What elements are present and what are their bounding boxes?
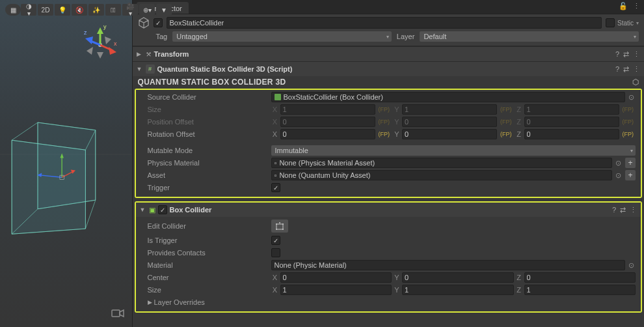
transform-icon: ⤧ [146,50,152,59]
provides-contacts-checkbox[interactable] [271,248,280,257]
grid-toggle-button[interactable]: ▦ [5,4,21,16]
quantum-highlight-region: Source Collider BoxStaticCollider (Box C… [135,89,643,198]
edit-collider-button[interactable] [271,220,288,233]
quantum-header-bar: QUANTUM STATIC BOX COLLIDER 3D ⬡ [133,76,645,88]
mutable-mode-dropdown[interactable]: Immutable [271,145,636,156]
fp-tag: (FP) [377,131,392,137]
context-menu-icon[interactable]: ⋮ [633,50,640,59]
static-checkbox[interactable] [606,18,615,27]
trigger-label: Trigger [148,184,271,192]
rotoffset-x-field[interactable] [280,129,375,139]
tag-label: Tag [156,33,168,40]
add-asset-button[interactable]: + [625,170,636,180]
file-icon: ▫ [275,171,277,179]
audio-toggle-button[interactable]: 🔇 [72,4,87,16]
scene-camera-icon[interactable] [111,309,124,319]
rotoffset-z-field[interactable] [524,129,619,139]
is-trigger-checkbox[interactable]: ✓ [271,236,280,245]
size-x-field[interactable] [280,104,375,115]
svg-marker-25 [87,47,93,55]
posoffset-z-field[interactable] [524,117,619,127]
help-icon[interactable]: ? [615,50,619,59]
rotoffset-y-field[interactable] [402,129,497,139]
fp-tag: (FP) [498,119,514,125]
foldout-icon[interactable]: ▶ [137,51,143,57]
object-picker-icon[interactable]: ⊙ [613,158,623,167]
size-z-field[interactable] [524,104,619,115]
center-label: Center [148,274,271,281]
foldout-icon[interactable]: ▼ [140,206,146,213]
scene-toolbar: ▦ ◑ ▾ 2D 💡 🔇 ✨ 👁̸ 🎥▾ ⊕▾ ▼ [0,4,132,16]
posoffset-y-field[interactable] [402,117,497,127]
help-icon[interactable]: ? [612,206,616,214]
foldout-icon[interactable]: ▼ [137,66,143,72]
context-menu-icon[interactable]: ⋮ [630,206,637,214]
bc-size-z-field[interactable] [524,285,636,295]
camera-settings-button[interactable]: 🎥▾ [122,4,138,16]
svg-marker-26 [105,36,111,44]
bc-size-y-field[interactable] [402,285,514,295]
object-picker-icon[interactable]: ⊙ [613,171,623,180]
layers-dropdown-button[interactable]: ▼ [156,4,172,16]
quantum-script-title: Quantum Static Box Collider 3D (Script) [157,65,613,73]
svg-marker-19 [109,47,116,55]
add-asset-button[interactable]: + [625,158,636,168]
boxcollider-highlight-region: ▼ ▣ ✓ Box Collider ? ⇄ ⋮ Edit Collider [135,201,643,313]
fp-tag: (FP) [621,106,636,113]
hidden-objects-button[interactable]: 👁̸ [105,4,121,16]
foldout-icon[interactable]: ▶ [148,299,154,306]
physics-material-field[interactable]: ▫ None (Physics Material Asset) [271,158,613,168]
trigger-checkbox[interactable]: ✓ [271,183,280,192]
boxcollider-icon: ▣ [149,206,155,214]
gameobject-name-field[interactable] [167,17,602,29]
fx-toggle-button[interactable]: ✨ [88,4,104,16]
layer-dropdown[interactable]: Default [420,31,639,42]
svg-marker-16 [97,27,103,34]
preset-icon[interactable]: ⇄ [623,50,629,59]
gameobject-cube-icon [138,17,150,29]
transform-title: Transform [154,50,613,58]
provides-contacts-label: Provides Contacts [148,249,271,257]
material-field[interactable]: None (Physic Material) [271,260,626,270]
preset-icon[interactable]: ⇄ [620,206,626,214]
help-icon[interactable]: ? [615,65,619,74]
bc-size-x-field[interactable] [280,285,392,295]
lock-icon[interactable]: 🔓 [619,2,628,10]
draw-mode-dropdown[interactable]: ◑ ▾ [21,4,36,16]
quantum-logo-icon: ⬡ [632,78,639,87]
object-picker-icon[interactable]: ⊙ [626,92,636,102]
material-label: Material [148,261,271,269]
svg-marker-28 [120,310,124,317]
center-y-field[interactable] [402,272,514,283]
quantum-header-label: QUANTUM STATIC BOX COLLIDER 3D [138,78,286,87]
svg-point-30 [276,223,277,225]
object-picker-icon[interactable]: ⊙ [626,261,636,270]
inspector-tab-bar: ⓘ Inspector 🔓 ⋮ [133,0,645,14]
orientation-gizmo[interactable]: y x z [77,22,123,68]
source-collider-field[interactable]: BoxStaticCollider (Box Collider) [271,92,626,102]
gameobject-active-checkbox[interactable]: ✓ [154,18,163,27]
center-z-field[interactable] [524,272,636,283]
preset-icon[interactable]: ⇄ [623,65,629,74]
posoffset-x-field[interactable] [280,117,375,127]
asset-field[interactable]: ▫ None (Quantum Unity Asset) [271,170,613,180]
layer-label: Layer [397,33,415,40]
panel-menu-icon[interactable]: ⋮ [633,2,640,10]
quantum-script-component: ▼ # Quantum Static Box Collider 3D (Scri… [133,61,645,200]
boxcollider-enabled-checkbox[interactable]: ✓ [158,205,167,214]
fp-tag: (FP) [621,131,636,137]
boxcollider-type-icon [275,94,281,100]
lighting-toggle-button[interactable]: 💡 [55,4,70,16]
center-x-field[interactable] [280,272,392,283]
tag-dropdown[interactable]: Untagged [172,31,392,42]
static-label: Static [617,20,634,27]
scene-view[interactable]: ▦ ◑ ▾ 2D 💡 🔇 ✨ 👁̸ 🎥▾ ⊕▾ ▼ [0,0,132,327]
2d-toggle-button[interactable]: 2D [38,4,53,16]
inspector-panel: ⓘ Inspector 🔓 ⋮ ✓ Static ▾ Tag Untagged … [132,0,645,327]
fp-tag: (FP) [377,106,392,113]
size-y-field[interactable] [402,104,497,115]
static-dropdown-icon[interactable]: ▾ [636,20,639,26]
box-collider-title: Box Collider [170,206,610,214]
gizmos-dropdown-button[interactable]: ⊕▾ [139,4,155,16]
context-menu-icon[interactable]: ⋮ [633,65,640,74]
